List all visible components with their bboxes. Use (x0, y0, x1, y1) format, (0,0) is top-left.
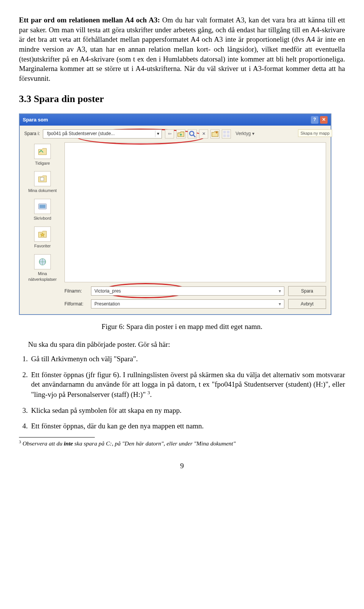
svg-line-3 (193, 135, 196, 137)
place-recent[interactable]: Tidigare (24, 144, 61, 166)
chevron-down-icon: ▾ (279, 301, 281, 307)
step-2: Ett fönster öppnas (jfr figur 6). I rull… (30, 370, 345, 400)
svg-rect-7 (227, 134, 230, 137)
place-desktop[interactable]: Skrivbord (24, 199, 61, 221)
section-heading: 3.3 Spara din poster (19, 92, 345, 105)
place-network[interactable]: Mina nätverksplatser (24, 254, 61, 282)
place-my-documents[interactable]: Mina dokument (24, 171, 61, 194)
save-in-label: Spara i: (24, 131, 40, 137)
step-1: Gå till Arkivmenyn och välj "Spara". (30, 354, 345, 364)
steps-list: Gå till Arkivmenyn och välj "Spara". Ett… (19, 354, 345, 431)
save-in-combo[interactable]: fpo041 på Studentserver (stude... ▾ (43, 129, 162, 138)
svg-rect-10 (39, 205, 46, 208)
figure-caption: Figur 6: Spara din poster i en mapp med … (19, 322, 345, 332)
delete-button[interactable]: ✕ (199, 129, 208, 138)
places-bar: Tidigare Mina dokument Skrivbord Favorit… (24, 142, 61, 282)
svg-rect-8 (41, 178, 44, 181)
step-4: Ett fönster öppnas, där du kan ge den ny… (30, 421, 345, 431)
filename-input[interactable]: Victoria_pres ▾ (91, 286, 284, 296)
new-folder-tooltip: Skapa ny mapp (298, 129, 332, 137)
filename-label: Filnamn: (64, 288, 87, 294)
chevron-down-icon: ▾ (279, 288, 281, 294)
para1-bold: Ett par ord om relationen mellan A4 och … (19, 16, 160, 24)
save-in-value: fpo041 på Studentserver (stude... (47, 131, 115, 137)
dialog-title: Spara som (23, 116, 48, 123)
place-favorites[interactable]: Favoriter (24, 227, 61, 249)
footnote-rule (19, 437, 95, 437)
chevron-down-icon: ▾ (155, 131, 159, 137)
new-folder-button[interactable] (210, 129, 220, 138)
svg-rect-4 (223, 131, 226, 133)
save-button[interactable]: Spara (288, 286, 326, 296)
page-number: 9 (19, 461, 345, 471)
cancel-button[interactable]: Avbryt (288, 299, 326, 309)
file-list-area[interactable] (64, 142, 326, 282)
para1-rest: Om du har valt formatet A3, kan det vara… (19, 16, 345, 82)
help-button[interactable]: ? (311, 116, 318, 124)
paragraph-a4a3: Ett par ord om relationen mellan A4 och … (19, 15, 345, 83)
figure-6: Spara som ? ✕ Spara i: fpo041 på Student… (19, 113, 345, 315)
steps-intro: Nu ska du spara din påbörjade poster. Gö… (28, 340, 345, 349)
footnote-3: 3 Observera att du inte ska spara på C:,… (19, 439, 345, 447)
save-as-dialog: Spara som ? ✕ Spara i: fpo041 på Student… (19, 113, 331, 315)
back-button[interactable]: ⇦ (165, 129, 174, 138)
dialog-titlebar: Spara som ? ✕ (20, 114, 331, 126)
search-button[interactable] (188, 129, 197, 138)
svg-rect-5 (227, 131, 230, 133)
up-button[interactable] (176, 129, 185, 138)
fileformat-label: Filformat: (64, 301, 87, 307)
close-button[interactable]: ✕ (320, 116, 328, 124)
views-button[interactable] (222, 129, 231, 138)
svg-rect-6 (223, 134, 226, 137)
step-3: Klicka sedan på symbolen för att skapa e… (30, 406, 345, 415)
fileformat-combo[interactable]: Presentation ▾ (91, 299, 284, 308)
svg-point-2 (190, 131, 194, 135)
tools-dropdown[interactable]: Verktyg ▾ (235, 131, 254, 137)
